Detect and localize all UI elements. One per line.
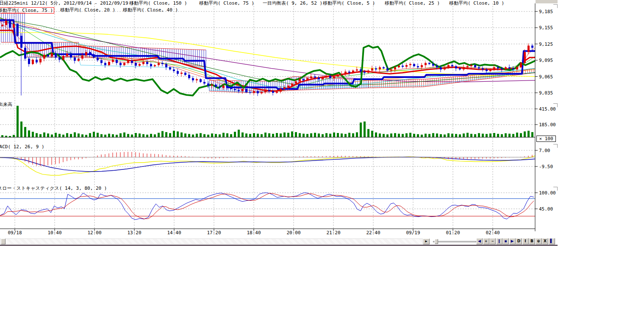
candle-body: [142, 62, 144, 64]
candle-body: [192, 78, 194, 80]
x-button[interactable]: X: [542, 238, 548, 244]
axis-tick-label: 9,065: [539, 74, 553, 80]
candle-body: [9, 21, 11, 28]
volume-bar: [245, 133, 247, 137]
candle-body: [261, 92, 263, 94]
volume-bar: [337, 133, 339, 137]
volume-bar: [123, 133, 125, 137]
volume-bar: [215, 134, 217, 137]
candle-body: [180, 73, 183, 74]
bars-button[interactable]: ‖: [496, 238, 502, 244]
candle-body: [283, 87, 286, 89]
pane-corner-mark: [553, 144, 558, 148]
ma75-purple-line: [0, 21, 535, 82]
candle-body: [253, 91, 255, 93]
candle-body: [272, 91, 274, 93]
top-right-filler: [536, 0, 558, 3]
stoch-pane-label: スロー・ストキャスティクス( 14, 3, 80, 20 ): [0, 185, 107, 191]
zoom-out-button[interactable]: －: [489, 238, 496, 244]
volume-bar: [402, 134, 404, 137]
volume-bar: [58, 134, 61, 137]
volume-bar: [512, 134, 514, 137]
macd-pane-label: MACD( 12, 26, 9 ): [0, 144, 44, 150]
candle-body: [436, 66, 438, 67]
volume-bar: [505, 133, 507, 137]
candle-body: [531, 46, 533, 48]
dot-button[interactable]: ▪: [502, 238, 509, 244]
d-mode-button[interactable]: D: [516, 238, 522, 244]
indicator-label-r1-0[interactable]: 日経225mini 12/12( 5分, 2012/09/14 - 2012/0…: [0, 0, 134, 6]
zoom-slider-track[interactable]: [433, 241, 476, 242]
time-axis-label: 14:40: [167, 230, 181, 236]
crosshair-button[interactable]: ⊕: [536, 238, 542, 244]
candle-body: [100, 60, 103, 63]
zoom-in-button[interactable]: ＋: [483, 238, 489, 244]
volume-bar: [70, 134, 72, 137]
candle-body: [74, 58, 76, 61]
candle-body: [425, 63, 427, 65]
candle-body: [234, 89, 236, 90]
indicator-label-r1-3[interactable]: 一目均衡表( 9, 26, 52 ): [263, 0, 322, 6]
volume-bar: [85, 135, 87, 137]
volume-bar: [43, 133, 45, 137]
chart-window: 9,1859,1559,1259,0959,0659,035415.00185.…: [0, 0, 558, 246]
candle-body: [306, 78, 308, 80]
i-mode-button[interactable]: I: [522, 238, 529, 244]
volume-bar: [318, 133, 320, 137]
indicator-label-r1-5[interactable]: 移動平均( Close, 25 ): [385, 0, 440, 6]
candle-body: [32, 60, 34, 64]
candle-body: [165, 64, 167, 67]
indicator-label-r2-0[interactable]: 移動平均( Close, 75 ): [0, 7, 54, 14]
candle-body: [93, 54, 95, 58]
volume-bar: [234, 132, 236, 137]
candle-body: [341, 74, 343, 75]
indicator-label-r2-1[interactable]: 移動平均( Close, 20 ): [60, 7, 115, 13]
clipped-button[interactable]: ▌: [549, 238, 555, 244]
b-mode-button[interactable]: B: [529, 238, 535, 244]
pane-corner-mark: [553, 4, 558, 8]
chart-canvas[interactable]: 9,1859,1559,1259,0959,0659,035415.00185.…: [0, 0, 558, 237]
candle-body: [58, 58, 61, 60]
candle-body: [177, 71, 179, 74]
volume-bar: [146, 135, 148, 137]
candle-body: [51, 53, 53, 57]
pane-corner-mark: [553, 187, 558, 191]
candle-body: [123, 63, 125, 65]
volume-bar: [520, 133, 522, 137]
candle-body: [1, 25, 3, 26]
candle-body: [39, 58, 42, 62]
indicator-label-r2-2[interactable]: 移動平均( Close, 40 ): [123, 7, 178, 13]
candle-body: [222, 86, 225, 88]
indicator-label-r1-2[interactable]: 移動平均( Close, 75 ): [199, 0, 254, 6]
candle-body: [375, 68, 377, 69]
axis-tick-label: 9,155: [539, 25, 553, 30]
candle-body: [161, 63, 164, 64]
indicator-label-r1-4[interactable]: 移動平均( Close, 5 ): [323, 0, 375, 6]
time-axis-label: 10:40: [47, 230, 61, 236]
indicator-label-r1-1[interactable]: 移動平均( Close, 150 ): [129, 0, 187, 6]
volume-bar: [207, 135, 209, 137]
volume-bar: [527, 131, 530, 137]
volume-bar: [432, 133, 434, 137]
volume-bar: [474, 134, 476, 137]
candle-body: [287, 86, 289, 87]
candle-body: [364, 72, 366, 73]
volume-bar: [314, 133, 316, 137]
play-button[interactable]: ▶: [509, 238, 516, 244]
skip-start-button[interactable]: ◀: [476, 238, 483, 244]
scrollbar-right-arrow-button[interactable]: ▶: [423, 238, 430, 244]
volume-multiplier-badge: × 100: [536, 136, 556, 142]
indicator-label-r1-6[interactable]: 移動平均( Close, 10 ): [449, 0, 504, 6]
candle-body: [249, 92, 251, 93]
time-axis-label: 17:20: [207, 230, 221, 236]
horizontal-scrollbar-thumb[interactable]: [1, 238, 6, 244]
volume-bar: [516, 133, 518, 137]
volume-bar: [478, 133, 480, 137]
candle-body: [417, 66, 419, 67]
zoom-slider-thumb[interactable]: [435, 239, 438, 244]
volume-bar: [39, 134, 42, 137]
candle-body: [127, 61, 129, 63]
axis-tick-label: 9,035: [539, 90, 553, 96]
candle-body: [527, 46, 530, 52]
horizontal-scrollbar-track[interactable]: [0, 238, 423, 244]
